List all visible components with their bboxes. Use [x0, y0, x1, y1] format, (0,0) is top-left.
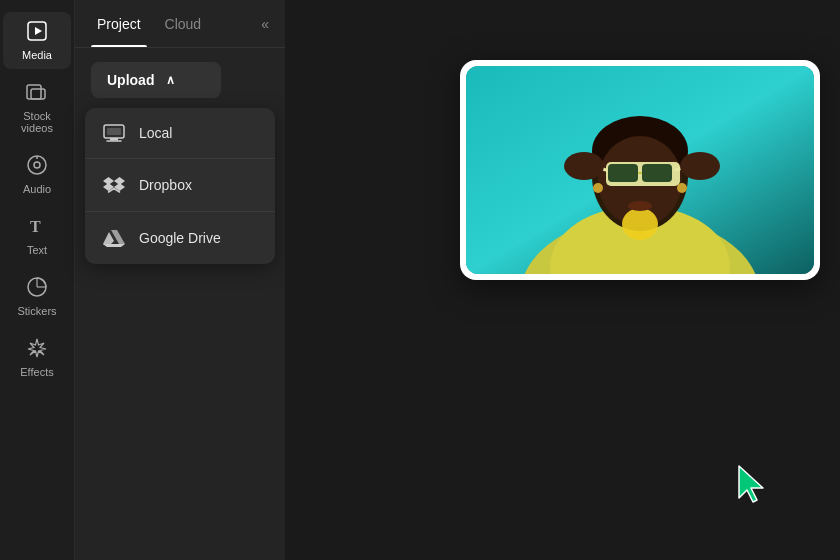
dropdown-item-local[interactable]: Local: [85, 108, 275, 159]
svg-rect-3: [31, 89, 45, 99]
collapse-chevron[interactable]: «: [261, 16, 269, 32]
sidebar-item-text[interactable]: T Text: [3, 207, 71, 264]
dropdown-item-dropbox[interactable]: Dropbox: [85, 159, 275, 212]
sidebar: Media Stock videos Audio T Text: [0, 0, 75, 560]
audio-icon: [26, 154, 48, 179]
cursor-pointer: [731, 462, 775, 510]
preview-container: [460, 60, 820, 280]
media-icon: [26, 20, 48, 45]
svg-point-5: [34, 162, 40, 168]
svg-text:T: T: [30, 218, 41, 235]
effects-icon: [26, 337, 48, 362]
svg-rect-12: [110, 138, 118, 141]
svg-rect-24: [642, 164, 672, 182]
svg-point-32: [677, 183, 687, 193]
stock-videos-icon: [26, 81, 48, 106]
upload-dropdown: Local Dropbox: [85, 108, 275, 264]
svg-rect-14: [107, 128, 121, 135]
upload-label: Upload: [107, 72, 154, 88]
tab-project[interactable]: Project: [91, 0, 147, 47]
stickers-icon: [26, 276, 48, 301]
google-drive-icon: [103, 228, 125, 248]
tab-cloud[interactable]: Cloud: [159, 0, 208, 47]
sidebar-item-label-effects: Effects: [20, 366, 53, 378]
upload-section: Upload ∧: [75, 48, 285, 98]
svg-point-29: [564, 152, 604, 180]
svg-point-28: [622, 208, 658, 240]
tabs-bar: Project Cloud «: [75, 0, 285, 48]
local-icon: [103, 124, 125, 142]
dropdown-label-dropbox: Dropbox: [139, 177, 192, 193]
text-icon: T: [26, 215, 48, 240]
sidebar-item-label-stickers: Stickers: [17, 305, 56, 317]
preview-image: [466, 66, 814, 274]
main-panel: Project Cloud « Upload ∧ Local: [75, 0, 285, 560]
upload-button[interactable]: Upload ∧: [91, 62, 221, 98]
dropbox-icon: [103, 175, 125, 195]
upload-arrow-icon: ∧: [166, 73, 175, 87]
svg-point-30: [680, 152, 720, 180]
dropdown-label-local: Local: [139, 125, 172, 141]
svg-marker-1: [35, 27, 42, 35]
svg-rect-2: [27, 85, 41, 99]
sidebar-item-label-audio: Audio: [23, 183, 51, 195]
svg-point-31: [593, 183, 603, 193]
dropdown-label-google-drive: Google Drive: [139, 230, 221, 246]
sidebar-item-label-media: Media: [22, 49, 52, 61]
sidebar-item-media[interactable]: Media: [3, 12, 71, 69]
dropdown-item-google-drive[interactable]: Google Drive: [85, 212, 275, 264]
svg-point-33: [628, 201, 652, 211]
sidebar-item-stickers[interactable]: Stickers: [3, 268, 71, 325]
sidebar-item-effects[interactable]: Effects: [3, 329, 71, 386]
sidebar-item-label-stock: Stock videos: [7, 110, 67, 134]
sidebar-item-audio[interactable]: Audio: [3, 146, 71, 203]
sidebar-item-stock-videos[interactable]: Stock videos: [3, 73, 71, 142]
sidebar-item-label-text: Text: [27, 244, 47, 256]
content-area: [285, 0, 840, 560]
svg-rect-23: [608, 164, 638, 182]
